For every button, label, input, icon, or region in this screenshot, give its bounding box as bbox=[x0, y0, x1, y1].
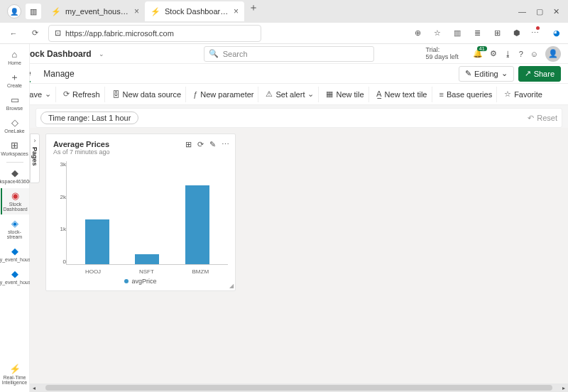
new-text-tile-button[interactable]: A̲New text tile bbox=[372, 87, 432, 102]
tab-manage[interactable]: Manage bbox=[43, 66, 74, 82]
close-icon[interactable]: × bbox=[234, 6, 239, 16]
rail-browse[interactable]: ▭Browse bbox=[1, 92, 29, 114]
new-parameter-button[interactable]: ƒNew parameter bbox=[189, 87, 258, 102]
favorite-button[interactable]: ☆Favorite bbox=[500, 87, 547, 102]
browse-icon: ▭ bbox=[11, 95, 19, 104]
user-avatar[interactable]: 👤 bbox=[545, 46, 561, 62]
pencil-icon: ✎ bbox=[465, 69, 471, 78]
x-tick: HOOJ bbox=[85, 268, 101, 275]
document-title[interactable]: Stock Dashboard bbox=[21, 49, 92, 59]
eventhouse-icon: ◆ bbox=[11, 269, 18, 278]
chevron-down-icon: ⌄ bbox=[501, 69, 508, 78]
alert-icon: ⚠ bbox=[266, 89, 273, 99]
scroll-left-icon[interactable]: ◂ bbox=[30, 385, 38, 391]
app-header: ⠿ Stock Dashboard ⌄ 🔍 Search Trial: 59 d… bbox=[0, 44, 568, 64]
browser-tab-active[interactable]: ⚡ Stock Dashboard - Real-Time Inte × bbox=[145, 1, 244, 21]
new-data-source-button[interactable]: 🗄New data source bbox=[108, 87, 187, 102]
trial-status: Trial: 59 days left bbox=[426, 47, 459, 61]
rail-separator bbox=[6, 162, 23, 163]
tab-label: my_event_house - Real-Time Inte bbox=[65, 7, 130, 16]
dashboard-icon: ◉ bbox=[11, 191, 19, 200]
refresh-icon: ⟳ bbox=[63, 89, 70, 99]
set-alert-button[interactable]: ⚠Set alert⌄ bbox=[261, 87, 319, 102]
pages-label: Pages bbox=[31, 147, 38, 166]
settings-icon[interactable]: ⚙ bbox=[490, 49, 497, 58]
more-icon[interactable]: ⋯ bbox=[531, 28, 542, 38]
rail-event-house[interactable]: ◆my_event_house bbox=[1, 244, 29, 265]
chevron-right-icon: › bbox=[34, 137, 36, 144]
time-range-chip[interactable]: Time range: Last 1 hour bbox=[40, 111, 138, 124]
more-icon[interactable]: ⋯ bbox=[222, 140, 229, 149]
x-tick: BMZM bbox=[192, 268, 209, 275]
edit-tile-icon[interactable]: ✎ bbox=[209, 140, 216, 149]
scroll-track[interactable] bbox=[45, 385, 552, 391]
minimize-button[interactable]: — bbox=[518, 7, 526, 16]
y-tick: 2k bbox=[53, 194, 66, 200]
close-window-button[interactable]: ✕ bbox=[553, 7, 559, 16]
workspace-icon: ◆ bbox=[11, 168, 18, 178]
refresh-button[interactable]: ⟳Refresh bbox=[59, 87, 105, 102]
plot-area bbox=[66, 161, 228, 265]
explore-icon[interactable]: ⊞ bbox=[185, 140, 192, 149]
split-screen-icon[interactable]: ▥ bbox=[452, 28, 463, 38]
editing-mode-button[interactable]: ✎ Editing ⌄ bbox=[459, 66, 514, 82]
refresh-button[interactable]: ⟳ bbox=[27, 26, 43, 41]
tile-subtitle: As of 7 minutes ago bbox=[53, 148, 228, 156]
maximize-button[interactable]: ▢ bbox=[536, 7, 543, 16]
base-queries-button[interactable]: ≡Base queries bbox=[435, 87, 498, 102]
chevron-down-icon[interactable]: ⌄ bbox=[99, 50, 104, 58]
legend-marker bbox=[124, 279, 129, 283]
collections-icon[interactable]: ⊞ bbox=[491, 28, 503, 38]
rail-onelake[interactable]: ◇OneLake bbox=[1, 115, 29, 136]
rail-home[interactable]: ⌂Home bbox=[1, 47, 29, 68]
dashboard-canvas[interactable]: Average Prices As of 7 minutes ago ⊞ ⟳ ✎… bbox=[40, 128, 568, 383]
ribbon-tabs: Home Manage ✎ Editing ⌄ ↗ Share bbox=[0, 64, 568, 84]
resize-handle[interactable]: ◢ bbox=[229, 283, 234, 289]
copilot-icon[interactable]: ◕ bbox=[551, 28, 562, 38]
rail-workspace[interactable]: ◆workspace46360677 bbox=[1, 165, 29, 187]
search-input[interactable]: 🔍 Search bbox=[204, 46, 374, 62]
help-icon[interactable]: ? bbox=[519, 50, 523, 58]
lock-icon: ⊡ bbox=[55, 28, 61, 38]
rail-workspaces[interactable]: ⊞Workspaces bbox=[1, 138, 29, 159]
back-button[interactable]: ← bbox=[6, 26, 21, 41]
tab-overview-button[interactable]: ▥ bbox=[26, 4, 41, 19]
chevron-down-icon: ⌄ bbox=[45, 89, 51, 99]
horizontal-scrollbar[interactable]: ◂ ▸ bbox=[30, 383, 568, 392]
rail-event-house[interactable]: ◆my_event_house bbox=[1, 266, 29, 288]
rail-stock-stream[interactable]: ◈stock-stream bbox=[1, 216, 29, 242]
toolbar: 💾Save⌄ ⟳Refresh 🗄New data source ƒNew pa… bbox=[0, 84, 568, 105]
download-icon[interactable]: ⭳ bbox=[504, 50, 512, 58]
new-tile-button[interactable]: ▦New tile bbox=[322, 87, 368, 102]
star-icon[interactable]: ☆ bbox=[432, 28, 443, 38]
scroll-right-icon[interactable]: ▸ bbox=[559, 385, 568, 391]
time-range-bar: Time range: Last 1 hour ↶Reset bbox=[36, 108, 562, 128]
pages-panel-toggle[interactable]: › Pages bbox=[30, 134, 40, 183]
new-tab-button[interactable]: ＋ bbox=[244, 1, 263, 21]
favorites-icon[interactable]: ≣ bbox=[471, 28, 483, 38]
left-nav-rail: ⌂Home ＋Create ▭Browse ◇OneLake ⊞Workspac… bbox=[0, 44, 30, 392]
rail-realtime-intelligence[interactable]: ⚡Real-Time Intelligence bbox=[1, 361, 29, 388]
data-source-icon: 🗄 bbox=[112, 90, 120, 99]
x-tick: NSFT bbox=[139, 268, 154, 275]
rail-stock-dashboard[interactable]: ◉Stock Dashboard bbox=[1, 188, 29, 214]
search-url-icon[interactable]: ⊕ bbox=[412, 28, 423, 38]
share-button[interactable]: ↗ Share bbox=[518, 66, 561, 82]
extensions-icon[interactable]: ⬢ bbox=[511, 28, 523, 38]
notifications-icon[interactable]: 🔔41 bbox=[473, 49, 483, 58]
refresh-tile-icon[interactable]: ⟳ bbox=[197, 140, 204, 149]
dashboard-canvas-area: › Pages Average Prices As of 7 minutes a… bbox=[30, 128, 568, 383]
browser-profile-avatar[interactable]: 👤 bbox=[7, 4, 21, 18]
browser-tab[interactable]: ⚡ my_event_house - Real-Time Inte × bbox=[45, 1, 145, 21]
chart-legend: avgPrice bbox=[53, 278, 228, 285]
y-tick: 0 bbox=[53, 258, 66, 265]
tile-average-prices[interactable]: Average Prices As of 7 minutes ago ⊞ ⟳ ✎… bbox=[45, 134, 236, 291]
parameter-icon: ƒ bbox=[193, 90, 197, 99]
url-field[interactable]: ⊡ https://app.fabric.microsoft.com bbox=[48, 25, 261, 42]
browser-titlebar: 👤 ▥ ⚡ my_event_house - Real-Time Inte × … bbox=[0, 0, 568, 23]
rail-create[interactable]: ＋Create bbox=[1, 70, 29, 91]
y-tick: 3k bbox=[53, 161, 66, 168]
feedback-icon[interactable]: ☺ bbox=[530, 50, 538, 58]
reset-button[interactable]: ↶Reset bbox=[528, 114, 557, 123]
close-icon[interactable]: × bbox=[134, 6, 139, 16]
